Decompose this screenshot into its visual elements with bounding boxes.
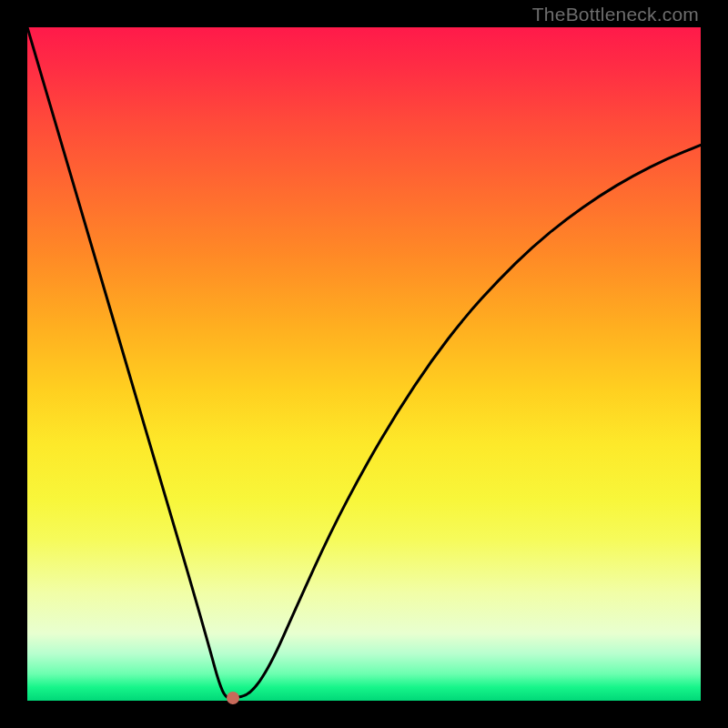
chart-frame: TheBottleneck.com [0,0,728,728]
plot-area [27,27,701,701]
watermark-text: TheBottleneck.com [532,4,699,25]
optimum-marker [227,692,239,704]
curve-path [27,27,701,698]
bottleneck-curve [27,27,701,701]
